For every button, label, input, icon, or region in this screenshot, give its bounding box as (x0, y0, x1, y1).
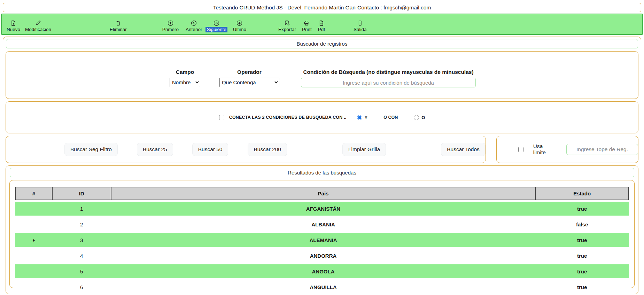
operador-label: Operador (237, 69, 262, 75)
app-title-bar: Testeando CRUD-Method JS - Devel: Fernan… (3, 3, 641, 12)
arrow-left-circle-icon (191, 20, 197, 26)
row-estado-cell: true (535, 264, 629, 278)
table-row[interactable]: ♦ 3 ALEMANIA true (15, 233, 629, 247)
column-header-id[interactable]: ID (52, 187, 111, 200)
row-id-cell: 2 (52, 217, 111, 231)
exportar-button[interactable]: Exportar (278, 20, 296, 32)
new-file-icon (10, 20, 16, 26)
search-section-title: Buscador de registros (297, 41, 348, 47)
search-form-section: Campo Nombre Operador Que Contenga Condi… (6, 51, 638, 99)
campo-group: Campo Nombre (170, 69, 200, 87)
table-row[interactable]: 5 ANGOLA true (15, 264, 629, 278)
connect-conditions-checkbox[interactable] (219, 115, 224, 120)
usa-limite-label: Usa limite (533, 143, 557, 156)
printer-icon (304, 20, 310, 26)
salida-label: Salida (354, 27, 367, 32)
row-marker-cell (15, 217, 52, 231)
ultimo-button[interactable]: Ultimo (233, 20, 246, 32)
pencil-icon (35, 20, 41, 26)
row-pais-cell: ANDORRA (111, 249, 536, 263)
condition-group: Condición de Búsqueda (no distingue mayu… (301, 69, 476, 87)
results-section-header: Resultados de las busquedas (10, 168, 634, 177)
pdf-file-icon: PDF (318, 20, 324, 26)
row-id-cell: 1 (52, 202, 111, 216)
connector-o-label: O (421, 115, 425, 120)
pdf-button[interactable]: PDF Pdf (318, 20, 325, 32)
table-header-row: # ID Pais Estado (15, 187, 629, 200)
nuevo-button[interactable]: Nuevo (7, 20, 20, 32)
row-pais-cell: ALBANIA (111, 217, 536, 231)
table-row[interactable]: 2 ALBANIA false (15, 217, 629, 231)
tope-registros-input[interactable] (566, 144, 638, 155)
modificacion-button[interactable]: Modificacion (25, 20, 51, 32)
print-button[interactable]: Print (302, 20, 312, 32)
connector-row: CONECTA LAS 2 CONDICIONES DE BUSQUEDA CO… (219, 115, 425, 120)
row-id-cell: 6 (52, 280, 111, 294)
arrow-up-circle-icon (168, 20, 173, 26)
row-estado-cell: true (535, 249, 629, 263)
row-pais-cell: ALEMANIA (111, 233, 536, 247)
buscar-50-button[interactable]: Buscar 50 (192, 143, 228, 156)
buscar-25-button[interactable]: Buscar 25 (137, 143, 173, 156)
campo-label: Campo (176, 69, 194, 75)
buscar-todos-button[interactable]: Buscar Todos (441, 143, 486, 156)
primero-button[interactable]: Primero (162, 20, 179, 32)
eliminar-button[interactable]: Eliminar (110, 20, 127, 32)
row-pais-cell: ANGOLA (111, 264, 536, 278)
o-con-label: O CON (383, 115, 398, 120)
operador-select[interactable]: Que Contenga (219, 78, 279, 87)
column-header-pais[interactable]: Pais (111, 187, 536, 200)
siguiente-button[interactable]: Siguiente (205, 20, 227, 32)
table-row[interactable]: 1 AFGANISTÁN true (15, 202, 629, 216)
table-row[interactable]: 6 ANGUILLA true (15, 280, 629, 294)
connect-conditions-label: CONECTA LAS 2 CONDICIONES DE BUSQUEDA CO… (229, 115, 347, 120)
connector-y-radio[interactable] (357, 115, 362, 120)
row-id-cell: 3 (52, 233, 111, 247)
actions-row: Buscar Seg Filtro Buscar 25 Buscar 50 Bu… (6, 136, 638, 163)
row-marker-cell (15, 249, 52, 263)
row-marker-cell (15, 264, 52, 278)
column-header-estado[interactable]: Estado (535, 187, 629, 200)
filter-buttons-section: Buscar Seg Filtro Buscar 25 Buscar 50 Bu… (6, 136, 486, 163)
row-estado-cell: true (535, 202, 629, 216)
usa-limite-checkbox[interactable] (518, 147, 523, 152)
operador-group: Operador Que Contenga (219, 69, 279, 87)
buscar-200-button[interactable]: Buscar 200 (248, 143, 287, 156)
row-pais-cell: ANGUILLA (111, 280, 536, 294)
exit-door-icon (357, 20, 363, 26)
anterior-button[interactable]: Anterior (186, 20, 202, 32)
pdf-label: Pdf (318, 27, 325, 32)
main-container: Buscador de registros Campo Nombre Opera… (3, 37, 641, 295)
salida-button[interactable]: Salida (354, 20, 367, 32)
modificacion-label: Modificacion (25, 27, 51, 32)
limpiar-grilla-button[interactable]: Limpiar Grilla (342, 143, 386, 156)
condition-input[interactable] (301, 78, 476, 87)
table-row[interactable]: 4 ANDORRA true (15, 249, 629, 263)
toolbar: Nuevo Modificacion Eliminar Primero (1, 14, 643, 35)
row-estado-cell: true (535, 280, 629, 294)
radio-group-o: O (414, 115, 425, 120)
eliminar-label: Eliminar (110, 27, 127, 32)
results-section-title: Resultados de las busquedas (288, 170, 356, 176)
primero-label: Primero (162, 27, 179, 32)
trash-icon (115, 20, 121, 26)
results-table: # ID Pais Estado 1 AFGANISTÁN true (15, 185, 629, 295)
database-export-icon (284, 20, 290, 26)
row-marker-cell (15, 280, 52, 294)
row-pais-cell: AFGANISTÁN (111, 202, 536, 216)
svg-text:PDF: PDF (320, 23, 324, 25)
arrow-down-circle-icon (236, 20, 242, 26)
connector-y-label: Y (365, 115, 368, 120)
column-header-num[interactable]: # (15, 187, 52, 200)
exportar-label: Exportar (278, 27, 296, 32)
nuevo-label: Nuevo (7, 27, 20, 32)
campo-select[interactable]: Nombre (170, 78, 200, 87)
radio-group-y: Y (357, 115, 368, 120)
limit-section: Usa limite (496, 136, 638, 163)
connector-o-radio[interactable] (414, 115, 419, 120)
anterior-label: Anterior (186, 27, 202, 32)
row-id-cell: 5 (52, 264, 111, 278)
arrow-right-circle-icon (214, 20, 219, 26)
buscar-seg-filtro-button[interactable]: Buscar Seg Filtro (64, 143, 118, 156)
row-marker-cell: ♦ (15, 233, 52, 247)
